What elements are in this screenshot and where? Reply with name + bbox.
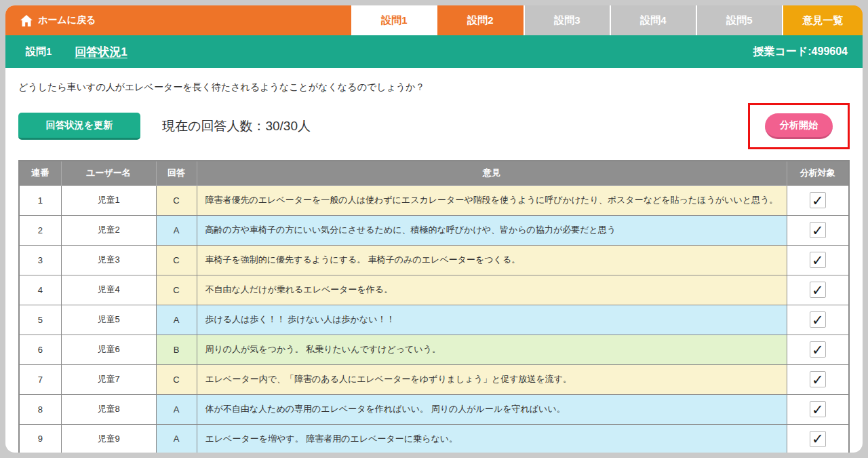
header-serial-number: 連番	[19, 161, 61, 185]
answer-count-text: 現在の回答人数：30/30人	[162, 117, 311, 135]
answer-status-link[interactable]: 回答状況1	[75, 44, 127, 60]
start-analysis-button[interactable]: 分析開始	[765, 113, 833, 139]
row-answer: A	[156, 305, 197, 335]
row-analysis-target-cell: ✓	[787, 364, 849, 394]
analysis-target-checkbox[interactable]: ✓	[810, 222, 826, 238]
table-row: 8児童8A体が不自由な人ための専用のエレベータを作ればいい。 周りの人がルールを…	[19, 394, 849, 424]
current-question-label: 設問1	[26, 45, 52, 58]
table-row: 4児童4C不自由な人だけが乗れるエレベーターを作る。✓	[19, 275, 849, 305]
row-user-name: 児童9	[61, 424, 156, 453]
row-opinion: 車椅子を強制的に優先するようにする。 車椅子のみのエレベーターをつくる。	[197, 245, 787, 275]
row-user-name: 児童1	[61, 185, 156, 215]
main-content: どうしたら車いすの人がエレベーターを長く待たされるようなことがなくなるのでしょう…	[5, 81, 863, 453]
update-status-button[interactable]: 回答状況を更新	[18, 113, 140, 140]
question-tabs: 設問1 設問2 設問3 設問4 設問5 意見一覧	[351, 5, 863, 35]
row-analysis-target-cell: ✓	[787, 275, 849, 305]
analysis-target-checkbox[interactable]: ✓	[810, 371, 826, 387]
row-analysis-target-cell: ✓	[787, 394, 849, 424]
tab-opinion-list[interactable]: 意見一覧	[782, 5, 863, 35]
row-opinion: 障害者優先のエレベーターを一般の人は使わずにエスカレーターや階段を使うように呼び…	[197, 185, 787, 215]
tab-question-3[interactable]: 設問3	[524, 5, 610, 35]
row-answer: A	[156, 394, 197, 424]
home-icon	[20, 15, 33, 26]
row-opinion: エレベーターを増やす。 障害者用のエレベーターに乗らない。	[197, 424, 787, 453]
home-link[interactable]: ホームに戻る	[5, 5, 351, 35]
row-opinion: 周りの人が気をつかう。 私乗りたいんですけどっていう。	[197, 335, 787, 364]
row-user-name: 児童2	[61, 215, 156, 245]
analysis-target-checkbox[interactable]: ✓	[810, 192, 826, 208]
header-answer: 回答	[156, 161, 197, 185]
row-serial-number: 1	[19, 185, 61, 215]
row-answer: C	[156, 364, 197, 394]
analysis-target-checkbox[interactable]: ✓	[810, 401, 826, 417]
responses-table: 連番 ユーザー名 回答 意見 分析対象 1児童1C障害者優先のエレベーターを一般…	[18, 160, 850, 453]
row-analysis-target-cell: ✓	[787, 215, 849, 245]
row-analysis-target-cell: ✓	[787, 245, 849, 275]
analysis-target-checkbox[interactable]: ✓	[810, 252, 826, 268]
row-serial-number: 8	[19, 394, 61, 424]
analysis-target-checkbox[interactable]: ✓	[810, 431, 826, 447]
row-user-name: 児童8	[61, 394, 156, 424]
row-analysis-target-cell: ✓	[787, 305, 849, 335]
table-row: 9児童9Aエレベーターを増やす。 障害者用のエレベーターに乗らない。✓	[19, 424, 849, 453]
row-opinion: 不自由な人だけが乗れるエレベーターを作る。	[197, 275, 787, 305]
row-answer: A	[156, 424, 197, 453]
tab-question-5[interactable]: 設問5	[696, 5, 782, 35]
row-analysis-target-cell: ✓	[787, 335, 849, 364]
row-answer: A	[156, 215, 197, 245]
table-row: 1児童1C障害者優先のエレベーターを一般の人は使わずにエスカレーターや階段を使う…	[19, 185, 849, 215]
table-row: 2児童2A高齢の方や車椅子の方にいい気分にさせるために、積極的な呼びかけや、皆か…	[19, 215, 849, 245]
row-answer: C	[156, 245, 197, 275]
row-serial-number: 7	[19, 364, 61, 394]
analyze-highlight-box: 分析開始	[748, 103, 850, 149]
table-header-row: 連番 ユーザー名 回答 意見 分析対象	[19, 161, 849, 185]
analysis-target-checkbox[interactable]: ✓	[810, 341, 826, 358]
row-serial-number: 9	[19, 424, 61, 453]
table-row: 3児童3C車椅子を強制的に優先するようにする。 車椅子のみのエレベーターをつくる…	[19, 245, 849, 275]
row-analysis-target-cell: ✓	[787, 185, 849, 215]
row-serial-number: 4	[19, 275, 61, 305]
row-analysis-target-cell: ✓	[787, 424, 849, 453]
row-user-name: 児童3	[61, 245, 156, 275]
class-code-label: 授業コード:499604	[753, 45, 848, 59]
row-answer: C	[156, 275, 197, 305]
row-user-name: 児童7	[61, 364, 156, 394]
analysis-target-checkbox[interactable]: ✓	[810, 282, 826, 298]
table-row: 5児童5A歩ける人は歩く！！ 歩けない人は歩かない！！✓	[19, 305, 849, 335]
row-opinion: 体が不自由な人ための専用のエレベータを作ればいい。 周りの人がルールを守ればいい…	[197, 394, 787, 424]
table-row: 6児童6B周りの人が気をつかう。 私乗りたいんですけどっていう。✓	[19, 335, 849, 364]
row-serial-number: 6	[19, 335, 61, 364]
top-navigation-bar: ホームに戻る 設問1 設問2 設問3 設問4 設問5 意見一覧	[5, 5, 863, 35]
app-window: ホームに戻る 設問1 設問2 設問3 設問4 設問5 意見一覧 設問1 回答状況…	[5, 5, 863, 453]
row-opinion: エレベーター内で、「障害のある人にエレベーターをゆずりましょう」と促す放送を流す…	[197, 364, 787, 394]
analysis-target-checkbox[interactable]: ✓	[810, 311, 826, 328]
row-serial-number: 2	[19, 215, 61, 245]
tab-question-2[interactable]: 設問2	[437, 5, 524, 35]
table-row: 7児童7Cエレベーター内で、「障害のある人にエレベーターをゆずりましょう」と促す…	[19, 364, 849, 394]
row-answer: C	[156, 185, 197, 215]
question-text: どうしたら車いすの人がエレベーターを長く待たされるようなことがなくなるのでしょう…	[18, 81, 850, 94]
row-user-name: 児童5	[61, 305, 156, 335]
header-opinion: 意見	[197, 161, 787, 185]
tab-question-4[interactable]: 設問4	[610, 5, 696, 35]
row-user-name: 児童6	[61, 335, 156, 364]
row-answer: B	[156, 335, 197, 364]
tab-question-1[interactable]: 設問1	[351, 5, 437, 35]
controls-row: 回答状況を更新 現在の回答人数：30/30人 分析開始	[18, 103, 850, 149]
sub-header-bar: 設問1 回答状況1 授業コード:499604	[5, 35, 863, 68]
header-analysis-target: 分析対象	[787, 161, 849, 185]
row-user-name: 児童4	[61, 275, 156, 305]
row-serial-number: 3	[19, 245, 61, 275]
home-link-label: ホームに戻る	[38, 14, 96, 26]
row-opinion: 歩ける人は歩く！！ 歩けない人は歩かない！！	[197, 305, 787, 335]
row-opinion: 高齢の方や車椅子の方にいい気分にさせるために、積極的な呼びかけや、皆からの協力が…	[197, 215, 787, 245]
header-user-name: ユーザー名	[61, 161, 156, 185]
row-serial-number: 5	[19, 305, 61, 335]
